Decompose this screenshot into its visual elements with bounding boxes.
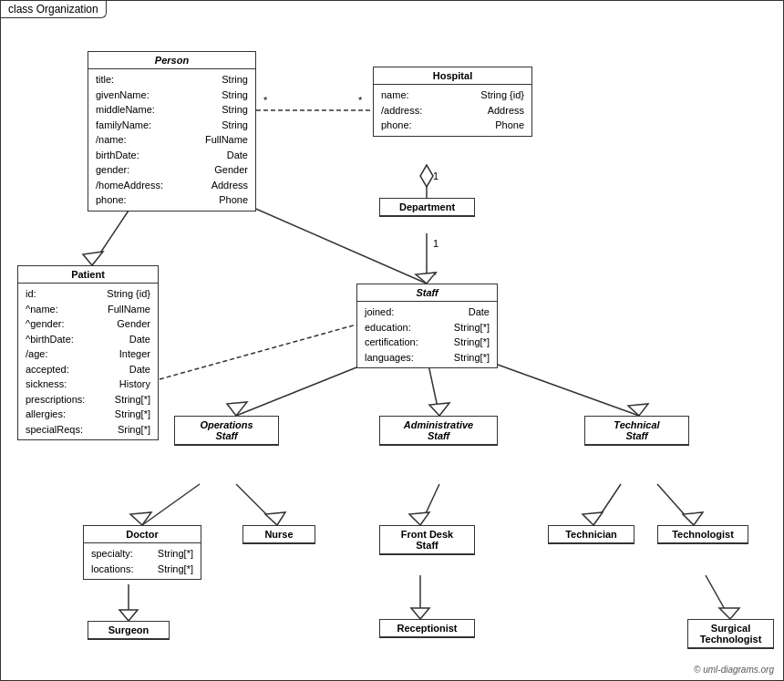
hospital-attrs: name:String {id} /address:Address phone:…: [374, 85, 531, 136]
surgeon-class: Surgeon: [88, 621, 170, 640]
svg-marker-11: [83, 252, 103, 265]
technologist-title: Technologist: [658, 526, 748, 543]
svg-line-31: [657, 484, 694, 525]
person-class: Person title:String givenName:String mid…: [88, 51, 256, 212]
nurse-class: Nurse: [242, 525, 315, 544]
surgeon-title: Surgeon: [88, 622, 169, 639]
receptionist-title: Receptionist: [380, 620, 474, 637]
doctor-attrs: specialty:String[*] locations:String[*]: [84, 543, 201, 579]
svg-marker-34: [119, 610, 138, 621]
svg-marker-32: [683, 512, 703, 525]
svg-line-21: [475, 356, 639, 416]
surgical-technologist-class: Surgical Technologist: [687, 619, 774, 649]
svg-marker-18: [227, 402, 247, 416]
administrative-staff-title: Administrative Staff: [380, 417, 497, 445]
svg-marker-20: [429, 403, 449, 416]
diagram-title: class Organization: [1, 1, 107, 18]
svg-marker-13: [416, 273, 436, 284]
doctor-title: Doctor: [84, 526, 201, 543]
svg-text:1: 1: [433, 238, 438, 249]
technician-class: Technician: [548, 525, 634, 544]
svg-line-23: [142, 484, 200, 525]
doctor-class: Doctor specialty:String[*] locations:Str…: [83, 525, 201, 580]
person-title: Person: [88, 52, 255, 69]
technologist-class: Technologist: [657, 525, 748, 544]
patient-class: Patient id:String {id} ^name:FullName ^g…: [17, 265, 159, 440]
svg-text:*: *: [263, 95, 268, 106]
hospital-class: Hospital name:String {id} /address:Addre…: [373, 67, 532, 137]
svg-marker-4: [420, 165, 433, 187]
svg-marker-26: [265, 512, 285, 525]
hospital-title: Hospital: [374, 67, 531, 85]
svg-line-29: [593, 484, 621, 525]
svg-marker-22: [628, 404, 648, 416]
diagram-container: class Organization * * 1 * 1 * * *: [0, 0, 784, 681]
department-class: Department: [379, 198, 475, 217]
svg-marker-36: [411, 608, 429, 619]
svg-text:1: 1: [433, 170, 438, 181]
operations-staff-class: Operations Staff: [174, 416, 279, 446]
svg-line-37: [706, 575, 730, 619]
person-attrs: title:String givenName:String middleName…: [88, 69, 255, 211]
technical-staff-title: Technical Staff: [585, 417, 688, 445]
svg-text:*: *: [358, 95, 363, 106]
administrative-staff-class: Administrative Staff: [379, 416, 498, 446]
patient-title: Patient: [18, 266, 158, 284]
operations-staff-title: Operations Staff: [175, 417, 278, 445]
front-desk-staff-class: Front Desk Staff: [379, 525, 475, 555]
front-desk-staff-title: Front Desk Staff: [380, 526, 474, 554]
nurse-title: Nurse: [243, 526, 315, 543]
svg-line-25: [236, 484, 277, 525]
staff-title: Staff: [357, 284, 497, 302]
technical-staff-class: Technical Staff: [584, 416, 689, 446]
svg-line-27: [420, 484, 439, 525]
department-title: Department: [380, 199, 474, 216]
staff-attrs: joined:Date education:String[*] certific…: [357, 302, 497, 367]
svg-marker-24: [130, 512, 151, 525]
staff-class: Staff joined:Date education:String[*] ce…: [356, 284, 498, 368]
patient-attrs: id:String {id} ^name:FullName ^gender:Ge…: [18, 284, 158, 439]
surgical-technologist-title: Surgical Technologist: [688, 620, 773, 648]
technician-title: Technician: [549, 526, 634, 543]
svg-marker-38: [719, 608, 739, 619]
svg-marker-28: [409, 512, 429, 525]
copyright: © uml-diagrams.org: [694, 665, 774, 675]
svg-text:*: *: [433, 270, 438, 281]
receptionist-class: Receptionist: [379, 619, 475, 638]
svg-marker-30: [583, 512, 603, 525]
